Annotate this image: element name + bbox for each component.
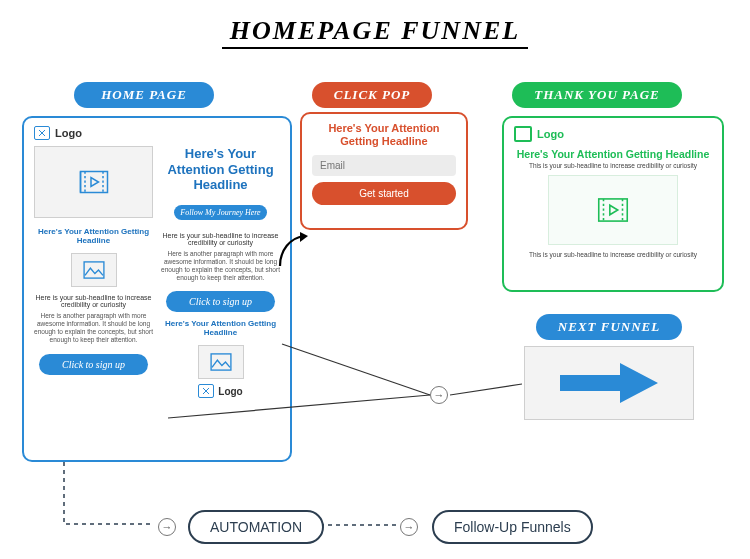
signup-button[interactable]: Click to sign up xyxy=(39,354,148,375)
svg-marker-4 xyxy=(91,178,99,187)
stage-pill-clickpop: CLICK POP xyxy=(312,82,432,108)
arrow-right-icon xyxy=(554,361,664,405)
image-placeholder xyxy=(198,345,244,379)
home-right-column: Here's Your Attention Getting Headline F… xyxy=(161,146,280,398)
home-left-column: Here's Your Attention Getting Headline H… xyxy=(34,146,153,398)
svg-line-15 xyxy=(450,384,522,395)
sub-headline: This is your sub-headline to increase cr… xyxy=(514,251,712,258)
image-placeholder xyxy=(71,253,117,287)
sub-headline: Here is your sub-headline to increase cr… xyxy=(34,294,153,308)
diagram-title: HOMEPAGE FUNNEL xyxy=(0,16,750,46)
email-input[interactable] xyxy=(312,155,456,176)
signup-button[interactable]: Click to sign up xyxy=(166,291,275,312)
logo-label: Logo xyxy=(55,127,82,139)
follow-button[interactable]: Follow My Journey Here xyxy=(174,205,266,220)
flow-node-icon: → xyxy=(430,386,448,404)
dashed-connector xyxy=(60,462,160,532)
headline: Here's Your Attention Getting Headline xyxy=(312,122,456,148)
dashed-connector xyxy=(320,520,400,530)
stage-pill-nextfunnel: NEXT FUNNEL xyxy=(536,314,682,340)
image-icon xyxy=(198,384,214,398)
stage-pill-thankyou: THANK YOU PAGE xyxy=(512,82,682,108)
image-icon xyxy=(514,126,532,142)
logo-label: Logo xyxy=(218,386,242,397)
flow-node-icon: → xyxy=(158,518,176,536)
paragraph: Here is another paragraph with more awes… xyxy=(161,250,280,283)
svg-marker-10 xyxy=(610,205,618,215)
svg-rect-6 xyxy=(211,354,231,370)
svg-rect-5 xyxy=(84,262,104,278)
headline: Here's Your Attention Getting Headline xyxy=(514,148,712,160)
svg-marker-12 xyxy=(300,232,308,242)
image-icon xyxy=(34,126,50,140)
paragraph: Here is another paragraph with more awes… xyxy=(34,312,153,345)
thankyou-card: Logo Here's Your Attention Getting Headl… xyxy=(502,116,724,292)
headline-large: Here's Your Attention Getting Headline xyxy=(161,146,280,193)
next-funnel-box xyxy=(524,346,694,420)
getstarted-button[interactable]: Get started xyxy=(312,182,456,205)
automation-node: AUTOMATION xyxy=(188,510,324,544)
logo-label: Logo xyxy=(537,128,564,140)
video-placeholder xyxy=(548,175,678,245)
headline: Here's Your Attention Getting Headline xyxy=(34,227,153,245)
flow-node-icon: → xyxy=(400,518,418,536)
video-placeholder xyxy=(34,146,153,218)
home-page-card: Logo Here's Your Attention Getting Headl… xyxy=(22,116,292,462)
svg-marker-11 xyxy=(560,363,658,403)
clickpop-card: Here's Your Attention Getting Headline G… xyxy=(300,112,468,230)
followup-node: Follow-Up Funnels xyxy=(432,510,593,544)
headline: Here's Your Attention Getting Headline xyxy=(161,319,280,337)
svg-line-13 xyxy=(282,344,430,395)
sub-headline: Here is your sub-headline to increase cr… xyxy=(161,232,280,246)
sub-headline: This is your sub-headline to increase cr… xyxy=(514,162,712,169)
stage-pill-home: HOME PAGE xyxy=(74,82,214,108)
